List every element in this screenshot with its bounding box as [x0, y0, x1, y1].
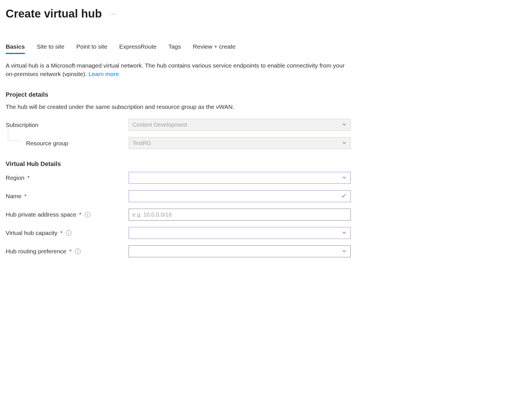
row-address-space: Hub private address space * i [6, 209, 351, 221]
row-subscription: Subscription Content Development [6, 119, 351, 131]
resource-group-select[interactable]: TestRG [129, 137, 351, 149]
tab-point-to-site[interactable]: Point to site [76, 41, 107, 53]
section-virtual-hub-details: Virtual Hub Details Region * Name * [6, 160, 526, 257]
page-header: Create virtual hub ··· [6, 6, 526, 21]
vhub-details-heading: Virtual Hub Details [6, 160, 526, 169]
routing-pref-label: Hub routing preference [6, 247, 66, 255]
required-indicator: * [79, 210, 81, 219]
tab-site-to-site[interactable]: Site to site [37, 41, 64, 53]
name-input-wrapper [129, 190, 351, 202]
more-actions-icon[interactable]: ··· [110, 10, 116, 18]
page-title: Create virtual hub [6, 6, 102, 21]
project-details-subtext: The hub will be created under the same s… [6, 103, 526, 111]
chevron-down-icon [342, 139, 346, 147]
row-routing-preference: Hub routing preference * i [6, 245, 351, 257]
subscription-label: Subscription [6, 121, 38, 129]
capacity-select[interactable] [129, 227, 351, 239]
info-icon[interactable]: i [66, 230, 72, 236]
required-indicator: * [24, 192, 27, 200]
row-name: Name * [6, 190, 351, 202]
info-icon[interactable]: i [85, 212, 91, 217]
chevron-down-icon [342, 229, 346, 237]
check-icon [341, 192, 346, 200]
address-space-input-wrapper [129, 209, 351, 221]
chevron-down-icon [342, 247, 346, 255]
tab-description-text: A virtual hub is a Microsoft-managed vir… [6, 62, 344, 77]
capacity-label: Virtual hub capacity [6, 229, 57, 237]
tab-tags[interactable]: Tags [168, 41, 181, 53]
tab-express-route[interactable]: ExpressRoute [119, 41, 157, 53]
row-region: Region * [6, 172, 351, 184]
resource-group-value: TestRG [132, 139, 151, 147]
address-space-label: Hub private address space [6, 210, 76, 219]
required-indicator: * [27, 174, 30, 182]
section-project-details: Project details The hub will be created … [6, 90, 526, 149]
project-details-heading: Project details [6, 90, 526, 99]
required-indicator: * [60, 229, 63, 237]
name-input[interactable] [132, 191, 338, 202]
row-capacity: Virtual hub capacity * i [6, 227, 351, 239]
row-resource-group: Resource group TestRG [6, 137, 351, 149]
tab-review-create[interactable]: Review + create [193, 41, 236, 53]
info-icon[interactable]: i [75, 249, 81, 254]
name-label: Name [6, 192, 21, 200]
region-label: Region [6, 174, 25, 182]
tab-bar: Basics Site to site Point to site Expres… [6, 41, 526, 53]
tree-connector-icon [8, 129, 20, 141]
region-select[interactable] [129, 172, 351, 184]
chevron-down-icon [342, 174, 346, 182]
tab-basics[interactable]: Basics [6, 41, 25, 53]
subscription-select[interactable]: Content Development [129, 119, 351, 131]
subscription-value: Content Development [132, 121, 187, 129]
routing-pref-select[interactable] [129, 245, 351, 257]
learn-more-link[interactable]: Learn more [89, 71, 119, 77]
required-indicator: * [69, 247, 72, 255]
tab-description: A virtual hub is a Microsoft-managed vir… [6, 61, 348, 78]
chevron-down-icon [342, 121, 346, 129]
address-space-input[interactable] [132, 209, 338, 220]
